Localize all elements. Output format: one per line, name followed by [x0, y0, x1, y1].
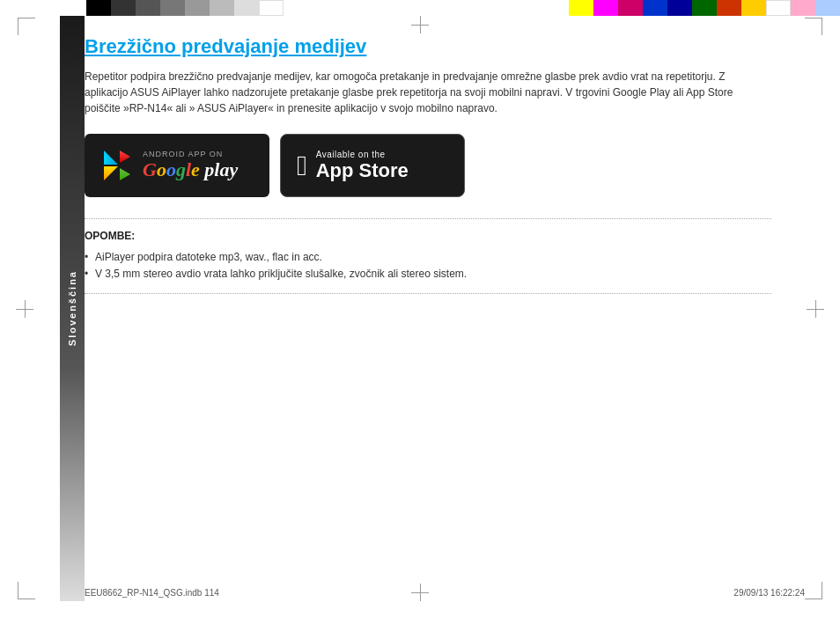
- google-play-text: ANDROID APP ON Google play: [143, 150, 238, 181]
- page-title: Brezžično predvajanje medijev: [85, 35, 805, 58]
- main-content: Brezžično predvajanje medijev Repetitor …: [85, 35, 805, 582]
- swatch-pink: [618, 0, 643, 16]
- corner-tr: [805, 18, 822, 35]
- footer-right: 29/09/13 16:22:24: [733, 588, 805, 598]
- sidebar: Slovenščina: [60, 16, 85, 601]
- notes-list: AiPlayer podpira datoteke mp3, wav., fla…: [85, 249, 805, 283]
- sidebar-label: Slovenščina: [67, 270, 77, 346]
- swatch-light-pink: [791, 0, 815, 16]
- swatch-dark-gray: [111, 0, 136, 16]
- swatch-white: [259, 0, 284, 16]
- app-store-text: Available on the App Store: [316, 150, 409, 182]
- google-play-logo: Google play: [143, 158, 238, 181]
- color-swatches: [0, 0, 840, 16]
- corner-bl: [18, 582, 35, 599]
- swatch-light-gray: [234, 0, 259, 16]
- gray-swatches: [86, 0, 284, 16]
- footer: EEU8662_RP-N14_QSG.indb 114 29/09/13 16:…: [85, 588, 805, 598]
- swatch-gold: [741, 0, 766, 16]
- swatch-dark-blue: [667, 0, 692, 16]
- swatch-black: [86, 0, 111, 16]
- available-on-the-label: Available on the: [316, 150, 409, 159]
- swatch-yellow: [569, 0, 593, 16]
- swatch-gray4: [210, 0, 234, 16]
- notes-item-1: AiPlayer podpira datoteke mp3, wav., fla…: [85, 249, 805, 266]
- footer-left: EEU8662_RP-N14_QSG.indb 114: [85, 588, 219, 598]
- swatch-green: [692, 0, 717, 16]
- corner-br: [805, 582, 822, 599]
- top-separator: [85, 218, 771, 219]
- svg-marker-0: [104, 151, 118, 165]
- swatch-blue: [643, 0, 667, 16]
- svg-marker-2: [120, 151, 130, 163]
- google-play-icon: [100, 149, 134, 182]
- svg-marker-1: [104, 166, 118, 180]
- svg-marker-3: [120, 168, 130, 180]
- app-store-logo: App Store: [316, 159, 409, 182]
- swatch-light-blue: [815, 0, 840, 16]
- corner-tl: [18, 18, 35, 35]
- google-play-button[interactable]: ANDROID APP ON Google play: [85, 134, 269, 197]
- body-text: Repetitor podpira brezžično predvajanje …: [85, 69, 754, 116]
- swatch-red: [717, 0, 741, 16]
- color-swatches-right: [569, 0, 840, 16]
- notes-title: OPOMBE:: [85, 230, 805, 242]
- notes-item-2: V 3,5 mm stereo avdio vrata lahko priklj…: [85, 266, 805, 283]
- swatch-white2: [766, 0, 791, 16]
- app-buttons-container: ANDROID APP ON Google play  Available o…: [85, 134, 805, 197]
- swatch-magenta: [593, 0, 618, 16]
- swatch-gray2: [160, 0, 185, 16]
- crosshair-left: [16, 300, 33, 318]
- app-store-button[interactable]:  Available on the App Store: [280, 134, 465, 197]
- notes-section: OPOMBE: AiPlayer podpira datoteke mp3, w…: [85, 230, 805, 283]
- bottom-separator: [85, 293, 771, 294]
- crosshair-right: [807, 300, 824, 318]
- apple-icon: : [297, 151, 307, 180]
- android-app-on-label: ANDROID APP ON: [143, 150, 238, 158]
- crosshair-top: [411, 16, 429, 33]
- swatch-gray1: [136, 0, 160, 16]
- swatch-gray3: [185, 0, 210, 16]
